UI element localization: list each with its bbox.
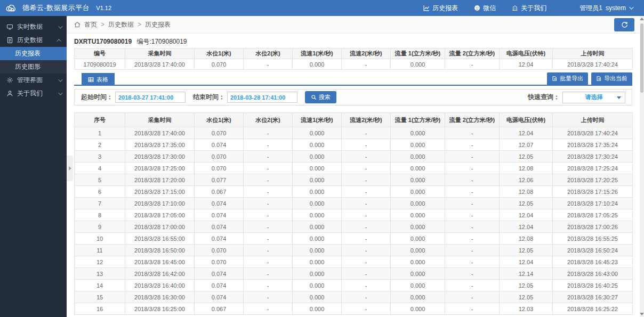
column-header: 流量 2(立方米/秒) [445,48,500,59]
table-row: 32018/3/28 17:30:000.070-0.000-0.000-12.… [75,151,633,162]
table-cell: 2018/3/28 16:40:25 [553,280,633,291]
table-cell: 0.074 [195,198,244,209]
scroll-up-arrow-icon[interactable] [640,18,644,20]
table-cell: - [244,209,293,221]
scroll-down-arrow-icon[interactable] [640,313,644,315]
main-content: 首页 > 历史数据 > 历史报表 DXRTU1709080019 编号:1709… [67,16,640,317]
export-current-button[interactable]: 导出当前 [591,72,632,85]
table-cell: - [445,280,500,291]
table-cell: 0.000 [391,280,445,291]
table-cell: - [342,209,391,221]
batch-export-button[interactable]: 批量导出 [547,72,588,85]
table-cell: 0.000 [391,198,445,209]
table-cell: 0.000 [293,198,342,209]
topnav-wechat[interactable]: 微信 [474,4,496,13]
column-header: 流量 1(立方米/秒) [391,48,445,59]
table-cell: 0.000 [391,162,445,174]
table-cell: 2018/3/28 17:10:00 [125,198,195,209]
end-time-input[interactable] [227,92,297,103]
table-cell: - [342,233,391,245]
table-cell: 2018/3/28 17:20:25 [553,174,633,186]
vertical-scrollbar[interactable] [640,16,644,317]
topnav-history-report[interactable]: 历史报表 [423,4,458,13]
sidebar-item-realtime-data[interactable]: 实时数据 [0,20,67,34]
table-cell: 0.067 [195,303,244,315]
tab-table[interactable]: 表格 [82,73,115,86]
table-cell: - [244,162,293,174]
table-cell: 0.000 [391,291,445,303]
table-cell: 0.000 [293,151,342,162]
breadcrumb-level1[interactable]: 历史数据 [108,20,134,29]
table-cell: - [445,256,500,268]
table-row: 22018/3/28 17:35:000.074-0.000-0.000-12.… [75,139,633,151]
table-cell: 2018/3/28 17:30:00 [125,151,195,162]
table-cell: - [445,198,500,209]
home-icon [74,21,80,28]
history-data-icon [6,37,13,44]
summary-table: 编号采集时间水位1(米)水位2(米)流速1(米/秒)流速2(米/秒)流量 1(立… [74,48,633,70]
filter-panel: 起始时间： 结束时间： 搜索 快速查询： 请选择 [74,89,632,105]
table-cell: 0.000 [293,268,342,280]
tab-row: 表格 批量导出 导出当前 [74,73,632,86]
chevron-down-icon [617,96,621,99]
breadcrumb-level2[interactable]: 历史报表 [145,20,171,29]
table-cell: - [244,151,293,162]
table-cell: 12.04 [500,209,553,221]
table-cell: - [445,221,500,233]
table-cell: - [342,303,391,315]
table-cell: 0.070 [195,59,244,70]
table-cell: 0.000 [391,186,445,198]
device-name: DXRTU1709080019 [74,38,132,45]
table-cell: 0.000 [391,151,445,162]
sidebar-subitem-history-report[interactable]: 历史报表 [0,47,67,60]
table-cell: 2018/3/28 17:40:24 [553,59,633,70]
sidebar-item-history-data[interactable]: 历史数据 [0,34,67,47]
table-cell: 2018/3/28 17:20:00 [125,174,195,186]
table-cell: 0.000 [293,59,342,70]
quick-query-area: 快速查询： 请选择 [528,92,625,103]
table-cell: 2018/3/28 16:55:25 [553,233,633,245]
table-cell: 0.067 [195,186,244,198]
table-cell: - [445,303,500,315]
table-cell: 0.074 [195,268,244,280]
table-cell: - [445,291,500,303]
chevron-down-icon [58,24,62,28]
sidebar-item-management[interactable]: 管理界面 [0,74,67,87]
table-cell: - [244,221,293,233]
quick-query-select[interactable]: 请选择 [562,92,625,103]
table-cell: - [445,209,500,221]
topnav-about[interactable]: 关于我们 [512,4,546,13]
scrollbar-thumb[interactable] [640,23,643,93]
table-cell: 2018/3/28 16:42:00 [125,268,195,280]
column-header: 水位1(米) [195,113,244,127]
sidebar-collapse-handle[interactable] [67,156,73,181]
user-menu[interactable]: 管理员1 system [579,4,632,13]
sidebar-submenu: 历史报表 历史图形 [0,47,67,74]
about-icon [512,5,518,11]
refresh-button[interactable] [614,18,634,31]
table-cell: 2018/3/28 17:40:24 [553,127,633,139]
table-cell: 2018/3/28 16:25:22 [553,303,633,315]
table-cell: 12.08 [500,162,553,174]
table-cell: 0.000 [391,127,445,139]
sidebar-subitem-history-graph[interactable]: 历史图形 [0,60,67,74]
breadcrumb-home[interactable]: 首页 [84,20,97,29]
table-cell: - [445,59,500,70]
table-cell: 2018/3/28 16:55:00 [125,233,195,245]
column-header: 电源电压(伏特) [500,48,553,59]
start-time-input[interactable] [115,92,186,103]
gear-icon [6,77,13,84]
column-header: 序号 [75,113,125,127]
table-cell: 2018/3/28 17:35:00 [125,139,195,151]
table-cell: - [342,256,391,268]
table-cell: 0.000 [391,268,445,280]
table-cell: 0.070 [195,127,244,139]
search-button[interactable]: 搜索 [305,91,336,103]
table-cell: 12.08 [500,186,553,198]
export-icon [596,76,602,82]
device-line: DXRTU1709080019 编号:1709080019 [67,34,640,46]
search-icon [311,94,317,100]
sidebar-item-about-us[interactable]: 关于我们 [0,87,67,100]
table-cell: 2018/3/28 17:15:26 [553,186,633,198]
table-row: 82018/3/28 17:05:000.074-0.000-0.000-12.… [75,209,633,221]
